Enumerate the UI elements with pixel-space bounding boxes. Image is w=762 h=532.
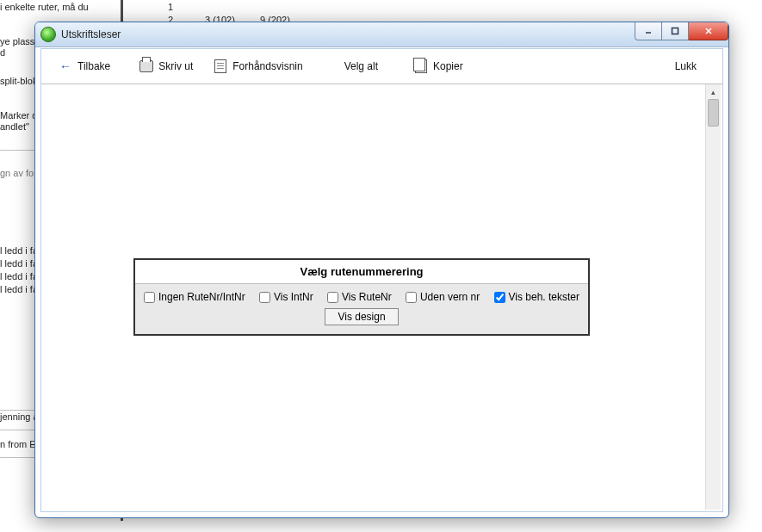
svg-rect-1 [672, 28, 678, 34]
checkbox-label-opt4: Uden vern nr [420, 291, 480, 303]
dialog-heading: Vælg rutenummerering [135, 260, 588, 284]
content-area: Vælg rutenummerering Ingen RuteNr/IntNr … [41, 84, 705, 511]
back-button[interactable]: ← Tilbake [53, 56, 115, 77]
route-numbering-dialog: Vælg rutenummerering Ingen RuteNr/IntNr … [133, 258, 590, 336]
select-all-button[interactable]: Velg alt [339, 57, 383, 76]
checkbox-input-opt2[interactable] [259, 292, 270, 303]
copy-button-label: Kopier [433, 60, 463, 72]
checkbox-label-opt2: Vis IntNr [274, 291, 313, 303]
bg-text: l ledd i fa [0, 284, 38, 294]
bg-text: split-blok [0, 76, 37, 86]
close-button-label: Lukk [675, 60, 697, 72]
bg-text: d [0, 47, 5, 58]
scroll-up-arrow[interactable]: ▴ [706, 84, 721, 99]
document-icon [214, 59, 227, 73]
checkbox-input-opt1[interactable] [144, 292, 155, 303]
vertical-scrollbar[interactable]: ▴ [705, 84, 721, 510]
copy-button[interactable]: Kopier [409, 56, 468, 77]
back-button-label: Tilbake [77, 60, 110, 72]
content-inner: Vælg rutenummerering Ingen RuteNr/IntNr … [43, 86, 705, 510]
titlebar[interactable]: Utskriftsleser [35, 22, 728, 47]
bg-text: l ledd i fa [0, 245, 38, 256]
preview-button[interactable]: Forhåndsvisnin [208, 56, 307, 77]
window-title: Utskriftsleser [61, 28, 121, 40]
printer-icon [139, 59, 153, 73]
scroll-thumb[interactable] [708, 99, 719, 127]
print-reader-window: Utskriftsleser ← Tilbake Skriv ut [34, 22, 729, 518]
print-button-label: Skriv ut [158, 60, 193, 72]
checkbox-opt2[interactable]: Vis IntNr [259, 291, 313, 303]
bg-cell: 1 [168, 2, 173, 12]
bg-text: ye plass [0, 36, 34, 46]
app-icon [40, 27, 56, 42]
window-maximize-button[interactable] [662, 22, 689, 40]
checkbox-input-opt5[interactable] [494, 292, 505, 303]
bg-text: l ledd i fa [0, 271, 38, 281]
arrow-left-icon: ← [59, 59, 72, 73]
bg-text: jenning a [0, 411, 39, 422]
checkbox-label-opt5: Vis beh. tekster [509, 291, 580, 303]
checkbox-opt5[interactable]: Vis beh. tekster [494, 291, 580, 303]
window-close-button[interactable] [689, 22, 728, 40]
checkbox-row: Ingen RuteNr/IntNr Vis IntNr Vis RuteNr [135, 284, 588, 306]
checkbox-input-opt4[interactable] [406, 292, 417, 303]
checkbox-label-opt3: Vis RuteNr [342, 291, 392, 303]
checkbox-opt4[interactable]: Uden vern nr [406, 291, 480, 303]
select-all-label: Velg alt [344, 60, 378, 72]
checkbox-label-opt1: Ingen RuteNr/IntNr [158, 291, 245, 303]
bg-text: i enkelte ruter, må du [0, 2, 89, 12]
bg-text: andlet" [0, 121, 29, 132]
close-button[interactable]: Lukk [649, 57, 722, 76]
copy-icon [414, 59, 428, 73]
show-design-button[interactable]: Vis design [325, 308, 398, 325]
print-button[interactable]: Skriv ut [134, 56, 198, 77]
checkbox-opt1[interactable]: Ingen RuteNr/IntNr [144, 291, 245, 303]
checkbox-input-opt3[interactable] [327, 292, 338, 303]
window-minimize-button[interactable] [635, 22, 662, 40]
window-client-area: ← Tilbake Skriv ut Forhåndsvisnin Velg a… [40, 48, 723, 512]
bg-text: l ledd i fa [0, 258, 38, 269]
toolbar: ← Tilbake Skriv ut Forhåndsvisnin Velg a… [41, 49, 722, 84]
preview-button-label: Forhåndsvisnin [232, 60, 302, 72]
checkbox-opt3[interactable]: Vis RuteNr [327, 291, 392, 303]
